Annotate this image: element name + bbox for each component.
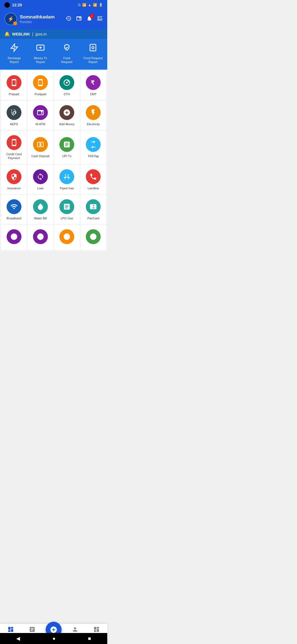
quick-action-fund-request-report[interactable]: Fund RequestReport bbox=[81, 43, 105, 64]
m-atm-label: M-ATM bbox=[35, 122, 45, 126]
service-m-atm[interactable]: M-ATM bbox=[28, 101, 53, 130]
more-3-icon bbox=[59, 229, 74, 244]
wallet-icon[interactable] bbox=[76, 15, 82, 23]
signal-icon: 📶 bbox=[93, 3, 97, 7]
fastag-icon bbox=[86, 137, 101, 152]
recharge-report-icon bbox=[10, 43, 19, 54]
avatar-icon: ⚡ bbox=[8, 16, 14, 22]
service-aeps[interactable]: AEPS bbox=[1, 101, 27, 130]
wifi-icon: ▲ bbox=[88, 3, 91, 7]
money-tx-label: Money TxReport bbox=[34, 56, 47, 64]
service-upi-tx[interactable]: UPI Tx bbox=[54, 131, 80, 164]
svg-point-2 bbox=[92, 47, 94, 49]
user-info: Somnathkadam Retailer bbox=[20, 14, 55, 24]
user-name: Somnathkadam bbox=[20, 14, 55, 20]
more-1-icon bbox=[7, 229, 21, 244]
notification-badge: 1 bbox=[90, 14, 94, 18]
insurance-icon bbox=[7, 169, 21, 184]
pan-card-icon bbox=[86, 199, 101, 214]
more-4-icon bbox=[86, 229, 101, 244]
quick-action-recharge-report[interactable]: RechargeReport bbox=[2, 43, 26, 64]
service-water-bill[interactable]: Water Bill bbox=[28, 195, 53, 224]
service-more-2[interactable] bbox=[28, 225, 53, 250]
service-lpg-gas[interactable]: LPG Gas bbox=[54, 195, 80, 224]
credit-card-icon bbox=[7, 135, 21, 150]
add-money-label: Add Money bbox=[59, 122, 75, 126]
dth-icon bbox=[59, 75, 74, 90]
upi-tx-label: UPI Tx bbox=[62, 154, 71, 158]
battery-icon: 🔋 bbox=[99, 3, 103, 7]
weblink-bar[interactable]: 🔔 WEBLINK | jpos.in bbox=[0, 29, 107, 39]
prepaid-label: Prepaid bbox=[9, 92, 19, 96]
qr-icon[interactable] bbox=[97, 15, 103, 23]
service-credit-card-payment[interactable]: Credit Card Payment bbox=[1, 131, 27, 164]
landline-icon bbox=[86, 169, 101, 184]
more-2-icon bbox=[33, 229, 48, 244]
postpaid-icon bbox=[33, 75, 48, 90]
status-left: 12:29 bbox=[4, 2, 22, 8]
fastag-label: FASTag bbox=[88, 154, 99, 158]
svg-point-6 bbox=[64, 234, 70, 240]
quick-action-fund-request[interactable]: FundRequest bbox=[55, 43, 79, 64]
lpg-gas-icon bbox=[59, 199, 74, 214]
insurance-label: Insurance bbox=[7, 186, 20, 190]
avatar-badge bbox=[13, 21, 17, 25]
add-money-icon bbox=[59, 105, 74, 120]
service-more-3[interactable] bbox=[54, 225, 80, 250]
service-insurance[interactable]: Insurance bbox=[1, 165, 27, 194]
header: ⚡ Somnathkadam Retailer bbox=[0, 10, 107, 29]
service-fastag[interactable]: FASTag bbox=[81, 131, 106, 164]
svg-marker-0 bbox=[11, 44, 18, 51]
pan-card-label: PanCard bbox=[87, 216, 99, 220]
service-postpaid[interactable]: Postpaid bbox=[28, 71, 53, 100]
cash-deposit-icon bbox=[33, 137, 48, 152]
header-left: ⚡ Somnathkadam Retailer bbox=[4, 13, 55, 25]
loan-label: Loan bbox=[37, 186, 44, 190]
landline-label: Landline bbox=[88, 186, 99, 190]
status-right: G 📶 ▲ 📶 🔋 bbox=[78, 3, 103, 7]
water-bill-label: Water Bill bbox=[34, 216, 47, 220]
service-dth[interactable]: DTH bbox=[54, 71, 80, 100]
aeps-icon bbox=[7, 105, 21, 120]
postpaid-label: Postpaid bbox=[34, 92, 46, 96]
weblink-label: WEBLINK bbox=[12, 32, 30, 36]
prepaid-icon bbox=[7, 75, 21, 90]
svg-point-7 bbox=[90, 234, 97, 240]
cash-deposit-label: Cash Deposit bbox=[31, 154, 50, 158]
svg-point-5 bbox=[37, 234, 43, 240]
quick-action-money-tx[interactable]: Money TxReport bbox=[29, 43, 53, 64]
service-broadband[interactable]: Broadband bbox=[1, 195, 27, 224]
history-icon[interactable] bbox=[65, 15, 72, 23]
status-time: 12:29 bbox=[12, 3, 22, 7]
service-more-1[interactable] bbox=[1, 225, 27, 250]
service-loan[interactable]: Loan bbox=[28, 165, 53, 194]
services-grid: Prepaid Postpaid DTH ₹ DMT bbox=[0, 70, 107, 252]
svg-point-4 bbox=[11, 234, 17, 240]
dth-label: DTH bbox=[64, 92, 70, 96]
water-bill-icon bbox=[33, 199, 48, 214]
fund-request-report-label: Fund RequestReport bbox=[84, 56, 103, 64]
service-prepaid[interactable]: Prepaid bbox=[1, 71, 27, 100]
money-tx-icon bbox=[36, 43, 45, 54]
loan-icon bbox=[33, 169, 48, 184]
weblink-separator: | bbox=[32, 32, 33, 36]
service-cash-deposit[interactable]: Cash Deposit bbox=[28, 131, 53, 164]
service-landline[interactable]: Landline bbox=[81, 165, 106, 194]
sim-icon: 📶 bbox=[82, 3, 86, 7]
service-more-4[interactable] bbox=[81, 225, 106, 250]
header-icons: 1 bbox=[65, 15, 103, 23]
service-piped-gas[interactable]: Piped Gas bbox=[54, 165, 80, 194]
recharge-report-label: RechargeReport bbox=[8, 56, 21, 64]
notification-icon[interactable]: 1 bbox=[86, 15, 92, 23]
service-electricity[interactable]: Electricity bbox=[81, 101, 106, 130]
service-pan-card[interactable]: PanCard bbox=[81, 195, 106, 224]
avatar[interactable]: ⚡ bbox=[4, 13, 17, 25]
pay-icon: G bbox=[78, 3, 81, 7]
service-dmt[interactable]: ₹ DMT bbox=[81, 71, 106, 100]
lpg-gas-label: LPG Gas bbox=[61, 216, 73, 220]
bell-icon: 🔔 bbox=[4, 31, 10, 37]
fund-request-label: FundRequest bbox=[61, 56, 72, 64]
quick-actions: RechargeReport Money TxReport FundReques… bbox=[0, 39, 107, 70]
upi-tx-icon bbox=[59, 137, 74, 152]
service-add-money[interactable]: Add Money bbox=[54, 101, 80, 130]
